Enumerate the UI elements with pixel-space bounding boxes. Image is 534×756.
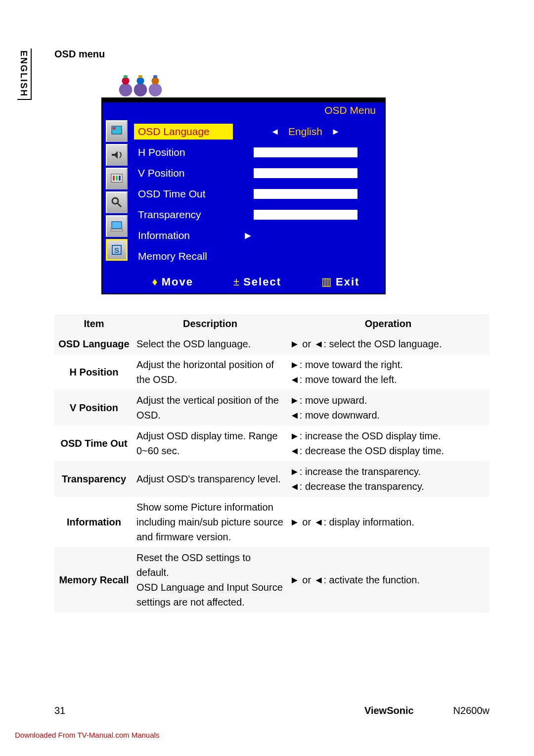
brand: ViewSonic xyxy=(364,705,414,716)
svg-rect-8 xyxy=(153,75,157,78)
osd-tab-icons: S xyxy=(102,119,131,273)
op-cell: ►: increase the OSD display time.◄: decr… xyxy=(287,425,490,461)
table-row: InformationShow some Picture information… xyxy=(54,497,490,547)
osd-row-label: Information xyxy=(134,228,233,243)
osd-row-label: OSD Language xyxy=(134,124,233,140)
op-cell: ► or ◄: select the OSD language. xyxy=(287,333,490,354)
page-number: 31 xyxy=(54,705,65,716)
osd-footer: ♦Move ±Select ▥Exit xyxy=(102,273,385,293)
osd-row-label: OSD Time Out xyxy=(134,186,233,202)
desc-cell: Show some Picture information including … xyxy=(134,497,287,547)
desc-cell: Select the OSD language. xyxy=(134,333,287,354)
osd-row-h-position[interactable]: H Position xyxy=(134,142,378,163)
header-operation: Operation xyxy=(287,314,490,333)
desc-cell: Adjust OSD's transparency level. xyxy=(134,461,287,497)
svg-point-6 xyxy=(149,83,162,96)
svg-text:S: S xyxy=(114,246,119,254)
pc-tab-icon[interactable] xyxy=(106,215,128,237)
select-label: Select xyxy=(243,276,281,288)
osd-value: English xyxy=(288,126,322,138)
move-label: Move xyxy=(162,276,193,288)
svg-rect-18 xyxy=(111,229,123,231)
svg-point-0 xyxy=(119,83,133,96)
item-cell: OSD Language xyxy=(54,333,134,354)
osd-row-label: Memory Recall xyxy=(134,248,233,264)
model: N2600w xyxy=(453,705,490,716)
item-cell: Information xyxy=(54,497,134,547)
osd-row-osd-time-out[interactable]: OSD Time Out xyxy=(134,184,378,204)
exit-label: Exit xyxy=(336,276,359,288)
osd-row-osd-language[interactable]: OSD Language◄English► xyxy=(134,121,378,142)
picture-tab-icon[interactable] xyxy=(106,120,128,142)
item-cell: Memory Recall xyxy=(54,547,134,613)
osd-title: OSD Menu xyxy=(102,102,385,119)
svg-rect-5 xyxy=(138,75,142,78)
exit-icon: ▥ xyxy=(321,276,333,288)
osd-row-label: V Position xyxy=(134,165,233,181)
osd-row-v-position[interactable]: V Position xyxy=(134,163,378,184)
left-arrow-icon[interactable]: ◄ xyxy=(270,127,279,137)
osd-row-label: Transparency xyxy=(134,207,233,223)
svg-rect-14 xyxy=(119,176,121,181)
osd-row-memory-recall[interactable]: Memory Recall xyxy=(134,246,378,267)
svg-rect-10 xyxy=(113,127,116,130)
setup-tab-icon[interactable] xyxy=(106,191,128,213)
page-footer: 31 ViewSonic N2600w xyxy=(54,705,490,716)
svg-point-4 xyxy=(136,77,144,85)
osd-row-information[interactable]: Information► xyxy=(134,225,378,246)
table-row: H PositionAdjust the horizontal position… xyxy=(54,354,490,390)
header-description: Description xyxy=(134,314,287,333)
svg-point-7 xyxy=(151,77,159,85)
svg-rect-2 xyxy=(124,75,128,78)
table-row: Memory RecallReset the OSD settings to d… xyxy=(54,547,490,613)
osd-row-transparency[interactable]: Transparency xyxy=(134,204,378,225)
svg-rect-13 xyxy=(116,176,118,181)
header-item: Item xyxy=(54,314,134,333)
item-cell: H Position xyxy=(54,354,134,390)
viewsonic-birds-logo xyxy=(101,67,490,97)
desc-cell: Adjust the vertical position of the OSD. xyxy=(134,390,287,425)
desc-cell: Adjust OSD display time. Range 0~60 sec. xyxy=(134,425,287,461)
table-row: OSD LanguageSelect the OSD language.► or… xyxy=(54,333,490,354)
right-arrow-icon[interactable]: ► xyxy=(243,230,253,241)
table-row: OSD Time OutAdjust OSD display time. Ran… xyxy=(54,425,490,461)
op-cell: ► or ◄: activate the function. xyxy=(287,547,490,613)
svg-point-1 xyxy=(122,77,129,85)
op-cell: ►: move upward.◄: move downward. xyxy=(287,390,490,425)
plusminus-icon: ± xyxy=(233,276,240,288)
language-tab: ENGLISH xyxy=(17,48,32,100)
audio-tab-icon[interactable] xyxy=(106,144,128,166)
slider-bar[interactable] xyxy=(254,147,357,157)
section-title: OSD menu xyxy=(54,48,490,60)
table-row: TransparencyAdjust OSD's transparency le… xyxy=(54,461,490,497)
item-cell: Transparency xyxy=(54,461,134,497)
svg-rect-17 xyxy=(112,222,122,229)
osd-panel: OSD Menu S OSD Language◄English►H Positi… xyxy=(101,97,386,294)
desc-cell: Reset the OSD settings to default.OSD La… xyxy=(134,547,287,613)
osd-tab-icon[interactable]: S xyxy=(106,239,128,261)
download-note: Downloaded From TV-Manual.com Manuals xyxy=(15,731,159,739)
item-cell: OSD Time Out xyxy=(54,425,134,461)
osd-row-label: H Position xyxy=(134,144,233,160)
svg-point-3 xyxy=(134,83,147,96)
table-row: V PositionAdjust the vertical position o… xyxy=(54,390,490,425)
desc-cell: Adjust the horizontal position of the OS… xyxy=(134,354,287,390)
right-arrow-icon[interactable]: ► xyxy=(331,127,340,137)
op-cell: ► or ◄: display information. xyxy=(287,497,490,547)
screen-tab-icon[interactable] xyxy=(106,168,128,189)
slider-bar[interactable] xyxy=(254,189,357,199)
svg-line-16 xyxy=(117,203,121,207)
item-cell: V Position xyxy=(54,390,134,425)
slider-bar[interactable] xyxy=(254,168,357,178)
op-cell: ►: move toward the right.◄: move toward … xyxy=(287,354,490,390)
svg-rect-12 xyxy=(113,176,115,181)
slider-bar[interactable] xyxy=(254,210,357,220)
op-cell: ►: increase the transparency.◄: decrease… xyxy=(287,461,490,497)
updown-icon: ♦ xyxy=(152,276,159,288)
description-table: Item Description Operation OSD LanguageS… xyxy=(54,314,490,613)
